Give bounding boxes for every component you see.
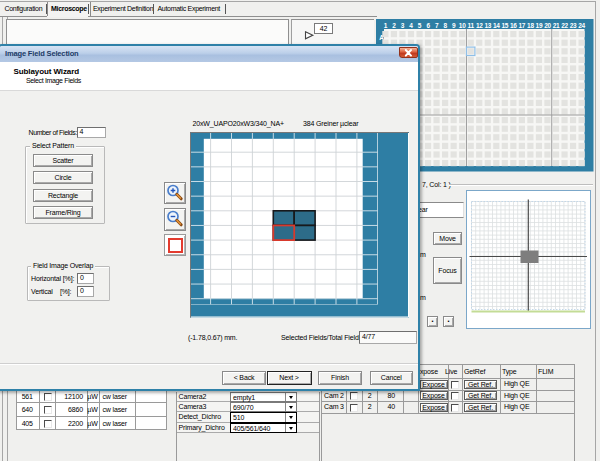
current-field-cell[interactable]: [273, 225, 294, 240]
svg-text:24: 24: [578, 22, 585, 29]
zoom-out-icon: [165, 209, 186, 230]
pattern-button-circle[interactable]: Circle: [33, 171, 93, 184]
expose-button[interactable]: Expose: [420, 403, 448, 412]
tab-configuration[interactable]: Configuration: [2, 3, 46, 17]
vertical-overlap-label: Vertical [%]:: [31, 288, 71, 295]
dropdown-arrow-icon[interactable]: [285, 393, 296, 401]
live-checkbox[interactable]: [451, 392, 459, 400]
laser-checkbox[interactable]: [44, 406, 52, 414]
live-checkbox[interactable]: [451, 381, 459, 389]
tab-automatic-experiment[interactable]: Automatic Experiment: [155, 3, 223, 17]
laser-unit: µW: [87, 417, 99, 431]
svg-text:19: 19: [536, 22, 543, 29]
camcfg-dropdown[interactable]: 510: [230, 412, 297, 422]
live-checkbox[interactable]: [451, 404, 459, 412]
selected-field-cell[interactable]: [273, 211, 294, 226]
tab-experiment-definition[interactable]: Experiment Definition: [90, 3, 156, 17]
camcfg-right-border: [319, 392, 320, 461]
pattern-button-rectangle[interactable]: Rectangle: [33, 189, 93, 202]
window-top-border: [0, 1, 596, 2]
getref-button[interactable]: Get Ref.: [464, 380, 497, 389]
laser-checkbox[interactable]: [44, 420, 52, 428]
field-selection-plot[interactable]: [190, 132, 409, 318]
selected-fields-value: 4/77: [359, 331, 417, 344]
well-name-field[interactable]: ear: [414, 202, 464, 218]
camtable-vline: [462, 364, 463, 413]
svg-text:17: 17: [519, 22, 526, 29]
zoom-out-button[interactable]: [164, 208, 187, 231]
camcfg-value: 690/70: [233, 404, 254, 411]
laser-power: 6860: [55, 403, 83, 417]
xy-stage-panel[interactable]: [466, 190, 591, 329]
pattern-button-scatter[interactable]: Scatter: [33, 154, 93, 167]
getref-button[interactable]: Get Ref.: [464, 403, 497, 412]
laser-cell: [135, 390, 166, 404]
camtable-header: FLIM: [538, 366, 553, 377]
camcfg-value: 510: [233, 414, 244, 421]
camcfg-dropdown[interactable]: 405/561/640: [230, 423, 297, 433]
pattern-button-frame-ring[interactable]: Frame/Ring: [33, 206, 93, 219]
number-of-fields-label: Number of Fields:: [29, 129, 77, 136]
svg-text:15: 15: [501, 22, 508, 29]
stage-group-label: 7, Col: 1 ): [421, 181, 452, 190]
header-separator: [0, 90, 418, 91]
next-button[interactable]: Next >: [267, 371, 312, 385]
cancel-button[interactable]: Cancel: [370, 371, 414, 385]
close-x-icon: [400, 48, 417, 58]
tab-microscope[interactable]: Microscope: [47, 1, 91, 17]
wizard-title: Sublayout Wizard: [14, 67, 79, 76]
tab-separator: [225, 4, 226, 14]
camtable-checkbox[interactable]: [350, 404, 358, 412]
stage-group-border: [449, 184, 593, 185]
laser-cell: [135, 403, 166, 417]
move-button[interactable]: Move: [433, 232, 462, 245]
svg-text:10: 10: [459, 22, 466, 29]
camcfg-label: Detect_Dichro: [179, 412, 221, 422]
expose-button[interactable]: Expose: [420, 391, 448, 400]
camcfg-dropdown[interactable]: empty1: [230, 392, 297, 402]
horizontal-overlap-input[interactable]: 0: [77, 273, 94, 284]
dialog-titlebar[interactable]: Image Field Selection: [0, 46, 418, 62]
svg-text:13: 13: [484, 22, 491, 29]
dropdown-arrow-icon[interactable]: [285, 424, 296, 432]
camtable-name: Cam 3: [324, 402, 344, 413]
getref-button[interactable]: Get Ref.: [464, 391, 497, 400]
dropdown-arrow-icon[interactable]: [285, 413, 296, 421]
camtable-header: Type: [502, 366, 517, 377]
plate-type-label: 384 Greiner µclear: [303, 120, 358, 127]
step-button-1[interactable]: .: [427, 316, 438, 327]
camcfg-dropdown[interactable]: 690/70: [230, 402, 297, 412]
selected-field-cell[interactable]: [294, 211, 315, 226]
tab-separator: [88, 4, 89, 14]
finish-button[interactable]: Finish: [318, 371, 362, 385]
camtable-header: GetRef: [464, 366, 485, 377]
wizard-header: Sublayout Wizard Select Image Fields: [0, 62, 418, 90]
laser-type: cw laser: [103, 417, 127, 431]
camtable-hline: [321, 413, 574, 414]
camtable-vline: [500, 364, 501, 413]
camtable-checkbox[interactable]: [350, 392, 358, 400]
region-select-button[interactable]: [164, 234, 187, 257]
back-button[interactable]: < Back: [222, 371, 266, 385]
dropdown-arrow-icon[interactable]: [285, 403, 296, 411]
camtable-hline: [321, 401, 574, 402]
field-image-overlap-group: [27, 266, 110, 301]
svg-text:21: 21: [553, 22, 560, 29]
toolbar-value-field[interactable]: 42: [314, 23, 333, 34]
laser-type: cw laser: [103, 403, 127, 417]
step-button-2[interactable]: .: [443, 316, 454, 327]
selected-field-cell[interactable]: [294, 225, 315, 240]
number-of-fields-input[interactable]: 4: [77, 127, 107, 138]
stage-position-marker[interactable]: [521, 251, 539, 264]
vertical-overlap-input[interactable]: 0: [77, 286, 94, 297]
laser-wavelength: 640: [16, 403, 39, 417]
close-button[interactable]: [399, 47, 418, 58]
focus-button[interactable]: Focus: [433, 257, 462, 284]
selected-fields-label: Selected Fields/Total Fields: [281, 334, 362, 341]
camtable-type: High QE: [504, 379, 529, 390]
zoom-in-button[interactable]: [164, 182, 187, 205]
laser-checkbox[interactable]: [44, 393, 52, 401]
expose-button[interactable]: Expose: [420, 380, 448, 389]
svg-text:22: 22: [561, 22, 568, 29]
camtable-type: High QE: [504, 391, 529, 402]
